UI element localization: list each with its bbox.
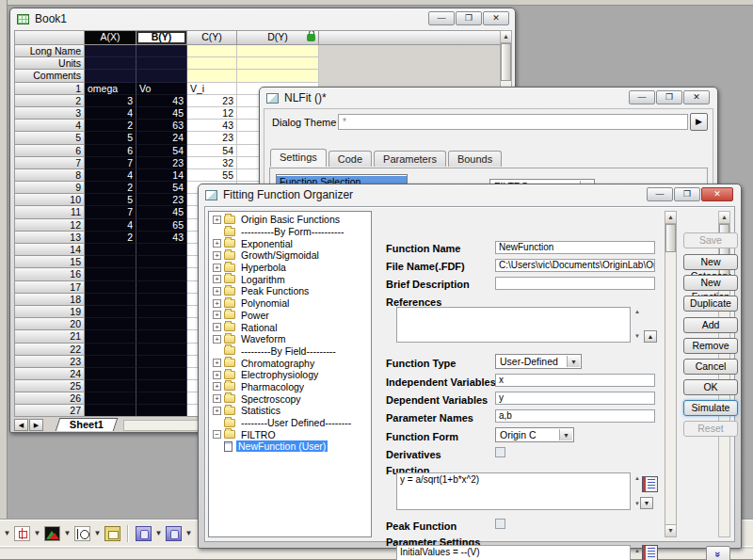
row-number[interactable]: 7 <box>15 157 85 169</box>
row-number[interactable]: 18 <box>15 294 85 306</box>
cell[interactable]: 43 <box>187 120 237 132</box>
area-chart-icon[interactable] <box>44 526 60 541</box>
parameter-names-field[interactable]: a,b <box>495 409 655 423</box>
row-label[interactable]: Comments <box>15 70 85 82</box>
new-function-button[interactable]: New Function <box>683 275 738 291</box>
function-box[interactable]: y = a/sqrt(1+b*x^2) <box>396 472 631 510</box>
sheet-tab[interactable]: Sheet1 <box>56 418 119 431</box>
cell[interactable] <box>136 281 187 294</box>
expander-icon[interactable]: + <box>213 299 221 308</box>
row-number[interactable]: 6 <box>15 145 85 157</box>
row-number[interactable]: 14 <box>15 244 85 256</box>
simulate-button[interactable]: Simulate <box>683 400 738 416</box>
cell[interactable] <box>136 57 187 70</box>
tree-item[interactable]: +Polynomial <box>211 297 371 310</box>
tree-item[interactable]: +Power <box>211 310 371 322</box>
cancel-button[interactable]: Cancel <box>683 359 738 375</box>
expander-icon[interactable]: + <box>213 216 221 224</box>
expander-icon[interactable]: + <box>213 323 221 331</box>
tree-item[interactable]: +Peak Functions <box>211 285 371 297</box>
cell[interactable] <box>136 318 187 330</box>
duplicate-button[interactable]: Duplicate <box>683 296 738 312</box>
ffo-minimize-button[interactable]: — <box>647 187 673 201</box>
cell[interactable] <box>136 70 187 82</box>
cell[interactable]: 4 <box>85 107 136 120</box>
row-number[interactable]: 15 <box>15 256 85 268</box>
tab-code[interactable]: Code <box>328 151 372 167</box>
scroll-up-icon[interactable]: ▲ <box>501 31 511 43</box>
expander-icon[interactable]: + <box>213 359 221 367</box>
cell[interactable] <box>85 318 136 330</box>
cell[interactable] <box>85 306 136 318</box>
expand-dialog-button[interactable]: » <box>706 546 730 560</box>
function-type-dropdown[interactable]: User-Defined ▼ <box>495 354 582 369</box>
cell[interactable] <box>237 70 319 82</box>
tree-item[interactable]: +Statistics <box>211 405 371 417</box>
cell[interactable] <box>136 405 187 417</box>
tree-item[interactable]: --------User Defined-------- <box>211 417 371 429</box>
tree-item[interactable]: +Spectroscopy <box>211 392 371 405</box>
cell[interactable] <box>85 256 136 268</box>
row-number[interactable]: 21 <box>15 330 85 343</box>
scroll-up-icon[interactable]: ▲ <box>665 212 676 224</box>
cell[interactable] <box>136 344 187 356</box>
nlfit-minimize-button[interactable]: — <box>629 90 655 104</box>
cell[interactable]: 65 <box>136 219 187 232</box>
expander-icon[interactable]: + <box>213 239 221 248</box>
cell[interactable]: 14 <box>136 169 187 182</box>
cell[interactable] <box>85 268 136 280</box>
cell[interactable]: omega <box>85 83 136 95</box>
scroll-thumb[interactable] <box>665 224 676 252</box>
nlfit-maximize-button[interactable]: ❐ <box>656 90 682 104</box>
cell[interactable]: 23 <box>136 157 187 169</box>
cell[interactable]: 3 <box>85 95 136 107</box>
cell[interactable]: 7 <box>85 206 136 218</box>
column-header[interactable]: C(Y) <box>187 31 237 45</box>
box-chart-icon[interactable] <box>14 526 30 541</box>
cell[interactable]: 2 <box>85 182 136 194</box>
cell[interactable] <box>136 244 187 256</box>
remove-button[interactable]: Remove <box>683 338 738 354</box>
nlfit-close-button[interactable]: ✕ <box>683 90 710 104</box>
tree-item[interactable]: +Rational <box>211 321 371 333</box>
book1-close-button[interactable]: ✕ <box>483 11 509 25</box>
tree-item[interactable]: +Waveform <box>211 333 371 345</box>
row-number[interactable]: 13 <box>15 232 85 244</box>
row-number[interactable]: 10 <box>15 194 85 206</box>
tree-item[interactable]: +Logarithm <box>211 273 371 285</box>
cell[interactable] <box>85 356 136 368</box>
cell[interactable] <box>85 392 136 405</box>
cell[interactable]: 23 <box>187 95 237 107</box>
cell[interactable] <box>136 268 187 280</box>
cell[interactable] <box>136 380 187 392</box>
cell[interactable] <box>187 57 237 70</box>
code-builder-icon[interactable] <box>642 476 658 492</box>
cell[interactable] <box>85 330 136 343</box>
row-number[interactable]: 12 <box>15 219 85 232</box>
tree-item[interactable]: ----------By Form---------- <box>211 226 371 238</box>
ffo-maximize-button[interactable]: ❐ <box>674 187 700 201</box>
chevron-down-icon[interactable]: ▼ <box>567 356 580 367</box>
expander-icon[interactable]: + <box>213 251 221 260</box>
expander-icon[interactable]: − <box>213 430 221 439</box>
cell[interactable]: 5 <box>85 194 136 206</box>
derivatives-checkbox[interactable] <box>495 447 505 457</box>
dropdown-arrow[interactable]: ▼ <box>153 526 164 541</box>
tree-item[interactable]: +Chromatography <box>211 357 371 369</box>
cell[interactable] <box>85 45 136 57</box>
tree-item[interactable]: +Electrophysiology <box>211 369 371 381</box>
cell[interactable] <box>136 368 187 380</box>
form-scrollbar[interactable]: ▲ ▼ <box>665 211 677 537</box>
tab-settings[interactable]: Settings <box>270 149 327 167</box>
expander-icon[interactable]: + <box>213 287 221 296</box>
tab-bounds[interactable]: Bounds <box>448 151 502 167</box>
expander-icon[interactable]: + <box>213 275 221 283</box>
tree-item[interactable]: +Pharmacology <box>211 381 371 393</box>
cell[interactable]: 45 <box>136 107 187 120</box>
cell[interactable] <box>85 57 136 70</box>
row-number[interactable]: 17 <box>15 281 85 294</box>
row-number[interactable]: 24 <box>15 368 85 380</box>
cell[interactable] <box>85 380 136 392</box>
expander-icon[interactable]: + <box>213 382 221 391</box>
cell[interactable]: V_i <box>187 83 237 95</box>
